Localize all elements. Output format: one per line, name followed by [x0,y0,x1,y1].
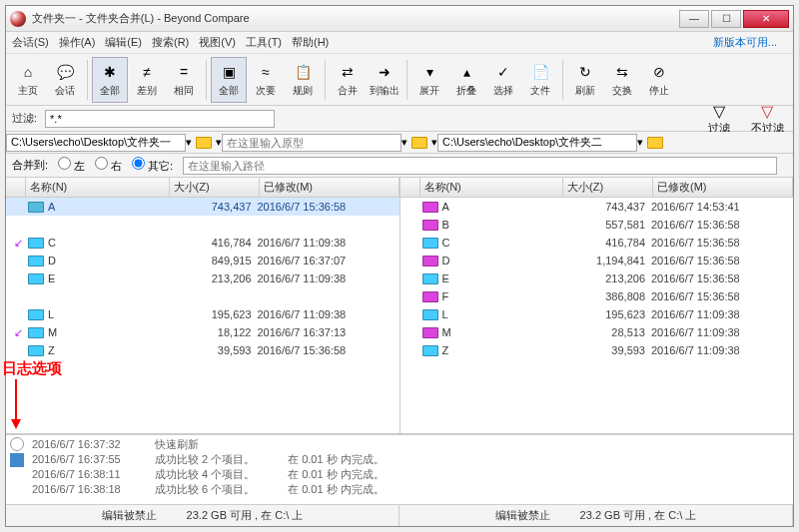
status-edit: 编辑被禁止 [102,508,157,523]
folder-icon[interactable] [647,137,663,149]
toolbar-到输出[interactable]: ➜到输出 [367,57,402,103]
right-pane: 名称(N) 大小(Z) 已修改(M) A743,4372016/6/7 14:5… [400,178,794,433]
left-pane: 名称(N) 大小(Z) 已修改(M) A743,4372016/6/7 15:3… [6,178,400,433]
col-name[interactable]: 名称(N) [26,178,170,197]
table-row[interactable]: A743,4372016/6/7 14:53:41 [400,198,794,216]
menu-item[interactable]: 工具(T) [246,35,282,50]
toolbar-全部[interactable]: ✱全部 [92,57,128,103]
table-row[interactable]: E213,2062016/6/7 11:09:38 [6,269,400,287]
filter-button[interactable]: ▽过滤 [699,102,739,136]
col-size[interactable]: 大小(Z) [563,178,653,197]
log-line: 2016/6/7 16:37:55 成功比较 2 个项目。 在 0.01 秒 内… [32,452,789,467]
toolbar: ⌂主页💬会话✱全部≠差别=相同▣全部≈次要📋规则⇄合并➜到输出▾展开▴折叠✓选择… [6,54,793,106]
folder-icon[interactable] [411,137,427,149]
toolbar-合并[interactable]: ⇄合并 [330,57,366,103]
log-options-icon[interactable] [10,437,24,451]
menu-item[interactable]: 编辑(E) [105,35,142,50]
menu-item[interactable]: 操作(A) [59,35,96,50]
table-row[interactable]: F386,8082016/6/7 15:36:58 [400,287,794,305]
titlebar: 文件夹一 - 文件夹合并(L) - Beyond Compare — ☐ ✕ [6,6,793,32]
merge-left-radio[interactable]: 左 [58,157,85,174]
menu-item[interactable]: 会话(S) [12,35,49,50]
status-bar: 编辑被禁止23.2 GB 可用 , 在 C:\ 上 编辑被禁止23.2 GB 可… [6,504,793,526]
window-title: 文件夹一 - 文件夹合并(L) - Beyond Compare [32,11,679,26]
log-line: 2016/6/7 16:38:11 成功比较 4 个项目。 在 0.01 秒 内… [32,467,789,482]
merge-bar: 合并到: 左 右 其它: [6,154,793,178]
toolbar-主页[interactable]: ⌂主页 [10,57,46,103]
save-log-icon[interactable] [10,453,24,467]
log-line: 2016/6/7 16:37:32 快速刷新 [32,437,789,452]
table-row[interactable]: A743,4372016/6/7 15:36:58 [6,198,400,216]
table-row[interactable]: D1,194,8412016/6/7 15:36:58 [400,252,794,269]
merge-label: 合并到: [12,158,48,173]
toolbar-交换[interactable]: ⇆交换 [604,57,640,103]
toolbar-停止[interactable]: ⊘停止 [641,57,677,103]
menubar: 会话(S)操作(A)编辑(E)搜索(R)视图(V)工具(T)帮助(H)新版本可用… [6,32,793,54]
filter-input[interactable] [45,110,275,128]
menu-item[interactable]: 搜索(R) [152,35,189,50]
col-size[interactable]: 大小(Z) [170,178,260,197]
path-bar: ▾▾ ▾▾ ▾ [6,132,793,154]
toolbar-差别[interactable]: ≠差别 [129,57,165,103]
toolbar-会话[interactable]: 💬会话 [47,57,83,103]
table-row[interactable]: C416,7842016/6/7 15:36:58 [400,234,794,252]
toolbar-全部[interactable]: ▣全部 [211,57,247,103]
status-disk: 23.2 GB 可用 , 在 C:\ 上 [187,508,304,523]
table-row[interactable]: D849,9152016/6/7 16:37:07 [6,252,400,269]
toolbar-相同[interactable]: =相同 [166,57,202,103]
left-path-input[interactable] [6,134,186,152]
status-disk: 23.2 GB 可用 , 在 C:\ 上 [580,508,697,523]
merge-right-radio[interactable]: 右 [95,157,122,174]
table-row[interactable]: L195,6232016/6/7 11:09:38 [6,305,400,323]
toolbar-展开[interactable]: ▾展开 [411,57,447,103]
merge-other-radio[interactable]: 其它: [132,157,173,174]
right-path-input[interactable] [437,134,637,152]
table-row[interactable]: ↙M18,1222016/6/7 16:37:13 [6,323,400,341]
toolbar-文件[interactable]: 📄文件 [522,57,558,103]
table-row[interactable] [6,216,400,234]
col-mod[interactable]: 已修改(M) [260,178,400,197]
update-link[interactable]: 新版本可用... [713,35,777,50]
merge-path-input[interactable] [183,157,777,175]
toolbar-选择[interactable]: ✓选择 [485,57,521,103]
toolbar-折叠[interactable]: ▴折叠 [448,57,484,103]
table-row[interactable]: M28,5132016/6/7 11:09:38 [400,323,794,341]
table-row[interactable]: Z39,5932016/6/7 15:36:58 [6,341,400,359]
table-row[interactable]: E213,2062016/6/7 15:36:58 [400,269,794,287]
col-name[interactable]: 名称(N) [420,178,564,197]
toolbar-规则[interactable]: 📋规则 [285,57,321,103]
toolbar-次要[interactable]: ≈次要 [248,57,284,103]
minimize-button[interactable]: — [679,10,709,28]
maximize-button[interactable]: ☐ [711,10,741,28]
folder-icon[interactable] [196,137,212,149]
menu-item[interactable]: 视图(V) [199,35,236,50]
table-row[interactable]: Z39,5932016/6/7 11:09:38 [400,341,794,359]
annotation-label: 日志选项 [2,359,62,378]
col-mod[interactable]: 已修改(M) [653,178,793,197]
log-panel: 2016/6/7 16:37:32 快速刷新 2016/6/7 16:37:55… [6,434,793,504]
filter-bar: 过滤: ▽过滤 ▽不过滤 [6,106,793,132]
table-row[interactable] [6,287,400,305]
close-button[interactable]: ✕ [743,10,789,28]
menu-item[interactable]: 帮助(H) [292,35,329,50]
log-line: 2016/6/7 16:38:18 成功比较 6 个项目。 在 0.01 秒 内… [32,482,789,497]
table-row[interactable]: B557,5812016/6/7 15:36:58 [400,216,794,234]
filter-label: 过滤: [12,111,37,126]
status-edit: 编辑被禁止 [495,508,550,523]
mid-path-input[interactable] [222,134,401,152]
app-icon [10,11,26,27]
table-row[interactable]: L195,6232016/6/7 11:09:38 [400,305,794,323]
toolbar-刷新[interactable]: ↻刷新 [567,57,603,103]
table-row[interactable]: ↙C416,7842016/6/7 11:09:38 [6,234,400,252]
unfilter-button[interactable]: ▽不过滤 [747,102,787,136]
